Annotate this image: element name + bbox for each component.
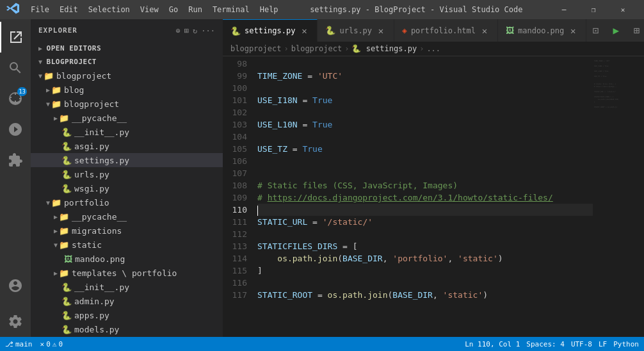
tree-item-blog[interactable]: ▶ 📁 blog: [31, 83, 223, 97]
tree-label: wsgi.py: [74, 184, 109, 193]
breadcrumb-part-3[interactable]: 🐍 settings.py: [351, 44, 417, 53]
breadcrumb-part-1[interactable]: blogproject: [230, 44, 281, 53]
python-file-icon: 🐍: [61, 325, 72, 334]
tree-item-templates-portfolio[interactable]: ▶ 📁 templates \ portfolio: [31, 266, 223, 280]
window-title: settings.py - BlogProject - Visual Studi…: [284, 5, 549, 14]
blogproject-section[interactable]: ▼ BLOGPROJECT: [31, 55, 223, 69]
tree-item-pycache-1[interactable]: ▶ 📁 __pycache__: [31, 111, 223, 125]
close-button[interactable]: ✕: [608, 0, 638, 19]
tab-urls-py-close[interactable]: ✕: [376, 26, 386, 36]
python-file-icon: 🐍: [61, 156, 72, 165]
activity-bar: 13: [0, 19, 31, 337]
breadcrumb-part-2[interactable]: blogproject: [291, 44, 342, 53]
tree-item-init-1[interactable]: 🐍 __init__.py: [31, 125, 223, 139]
tab-settings-py-icon: 🐍: [230, 26, 241, 36]
tree-item-mandoo-png[interactable]: 🖼 mandoo.png: [31, 252, 223, 266]
tab-mandoo-png-close[interactable]: ✕: [568, 26, 578, 36]
folder-icon: 📁: [51, 85, 61, 95]
folder-icon: 📁: [51, 99, 61, 109]
sidebar-more-actions-icon[interactable]: ···: [201, 26, 215, 35]
minimize-button[interactable]: ─: [549, 0, 579, 19]
tree-label: templates \ portfolio: [72, 268, 177, 278]
tree-item-urls[interactable]: 🐍 urls.py: [31, 167, 223, 181]
tree-item-blogproject-root[interactable]: ▼ 📁 blogproject: [31, 69, 223, 83]
sidebar-new-file-icon[interactable]: ⊕: [176, 26, 181, 35]
tab-settings-py-close[interactable]: ✕: [299, 26, 309, 36]
menu-edit[interactable]: Edit: [54, 4, 83, 15]
tree-item-admin[interactable]: 🐍 admin.py: [31, 294, 223, 308]
source-control-activity-icon[interactable]: 13: [0, 83, 31, 114]
tab-mandoo-png-icon: 🖼: [506, 26, 514, 35]
folder-icon: 📁: [51, 198, 61, 208]
python-file-icon: 🐍: [61, 282, 72, 292]
tree-item-wsgi[interactable]: 🐍 wsgi.py: [31, 181, 223, 195]
cursor-position-status[interactable]: Ln 110, Col 1: [465, 340, 520, 348]
menu-go[interactable]: Go: [164, 4, 183, 15]
error-count: 0: [46, 340, 51, 348]
git-branch-status[interactable]: ⎇ main: [5, 340, 33, 348]
open-editors-label: OPEN EDITORS: [47, 44, 101, 53]
menu-run[interactable]: Run: [183, 4, 207, 15]
sidebar-actions: ⊕ ⊞ ↻ ···: [176, 26, 215, 35]
warning-icon: ⚠: [52, 340, 57, 348]
menu-help[interactable]: Help: [255, 4, 284, 15]
menu-terminal[interactable]: Terminal: [207, 4, 255, 15]
arrow-icon: ▼: [46, 199, 50, 206]
tab-portfolio-html-close[interactable]: ✕: [479, 26, 490, 36]
settings-activity-icon[interactable]: [0, 306, 31, 337]
errors-status[interactable]: ✕ 0 ⚠ 0: [40, 340, 63, 348]
tree-item-asgi[interactable]: 🐍 asgi.py: [31, 139, 223, 153]
explorer-activity-icon[interactable]: [0, 22, 31, 53]
breadcrumb: blogproject › blogproject › 🐍 settings.p…: [223, 42, 644, 56]
tab-settings-py[interactable]: 🐍 settings.py ✕: [223, 19, 318, 42]
account-activity-icon[interactable]: [0, 270, 31, 301]
minimap[interactable]: TIME_ZONE = 'UTC' USE_I18N = True USE_L1…: [593, 56, 644, 337]
source-control-badge: 13: [17, 87, 27, 96]
tree-item-init-2[interactable]: 🐍 __init__.py: [31, 280, 223, 294]
tree-label: __init__.py: [74, 127, 129, 137]
tree-label: __init__.py: [74, 282, 129, 292]
extensions-activity-icon[interactable]: [0, 145, 31, 176]
tab-mandoo-png[interactable]: 🖼 mandoo.png ✕: [498, 19, 586, 42]
tree-item-settings[interactable]: 🐍 settings.py: [31, 153, 223, 167]
code-content[interactable]: TIME_ZONE = 'UTC'USE_I18N = TrueUSE_L10N…: [252, 56, 593, 337]
menu-file[interactable]: File: [26, 4, 54, 15]
tree-label: mandoo.png: [75, 254, 125, 264]
tab-settings-py-label: settings.py: [245, 26, 295, 35]
tree-label: asgi.py: [74, 142, 109, 151]
run-button[interactable]: ▶: [607, 22, 625, 40]
encoding-status[interactable]: UTF-8: [571, 340, 592, 348]
vscode-logo-icon: [6, 2, 19, 17]
breadcrumb-part-4[interactable]: ...: [426, 44, 440, 53]
sidebar-tree: ▶ OPEN EDITORS ▼ BLOGPROJECT ▼ 📁 blogpro…: [31, 42, 223, 337]
tree-item-portfolio[interactable]: ▼ 📁 portfolio: [31, 195, 223, 209]
tree-item-migrations[interactable]: ▶ 📁 migrations: [31, 224, 223, 238]
menu-selection[interactable]: Selection: [83, 4, 135, 15]
tree-item-apps[interactable]: 🐍 apps.py: [31, 308, 223, 322]
tab-urls-py[interactable]: 🐍 urls.py ✕: [318, 19, 394, 42]
open-editors-section[interactable]: ▶ OPEN EDITORS: [31, 42, 223, 55]
editor-layout-button[interactable]: ⊞: [627, 22, 644, 40]
sidebar-new-folder-icon[interactable]: ⊞: [184, 26, 189, 35]
debug-activity-icon[interactable]: [0, 114, 31, 145]
sidebar-refresh-icon[interactable]: ↻: [193, 26, 197, 35]
split-editor-button[interactable]: ⊡: [586, 22, 604, 40]
status-bar: ⎇ main ✕ 0 ⚠ 0 Ln 110, Col 1 Spaces: 4 U…: [0, 337, 644, 351]
search-activity-icon[interactable]: [0, 53, 31, 83]
tree-item-models[interactable]: 🐍 models.py: [31, 322, 223, 336]
language-status[interactable]: Python: [613, 340, 639, 348]
folder-icon: 📁: [59, 113, 69, 123]
tab-portfolio-html-label: portfolio.html: [411, 26, 476, 35]
tab-portfolio-html[interactable]: ◈ portfolio.html ✕: [394, 19, 498, 42]
menu-view[interactable]: View: [135, 4, 164, 15]
arrow-icon: ▶: [54, 213, 58, 220]
sidebar: EXPLORER ⊕ ⊞ ↻ ··· ▶ OPEN EDITORS ▼ BLOG…: [31, 19, 223, 337]
line-ending-status[interactable]: LF: [599, 340, 607, 348]
tree-item-blogproject-inner[interactable]: ▼ 📁 blogproject: [31, 97, 223, 111]
tree-item-pycache-2[interactable]: ▶ 📁 __pycache__: [31, 209, 223, 224]
restore-button[interactable]: ❐: [579, 0, 608, 19]
breadcrumb-sep-1: ›: [284, 44, 288, 53]
tree-item-static-folder[interactable]: ▼ 📁 static: [31, 238, 223, 252]
minimap-content: TIME_ZONE = 'UTC' USE_I18N = True USE_L1…: [593, 56, 644, 337]
spaces-status[interactable]: Spaces: 4: [526, 340, 565, 348]
